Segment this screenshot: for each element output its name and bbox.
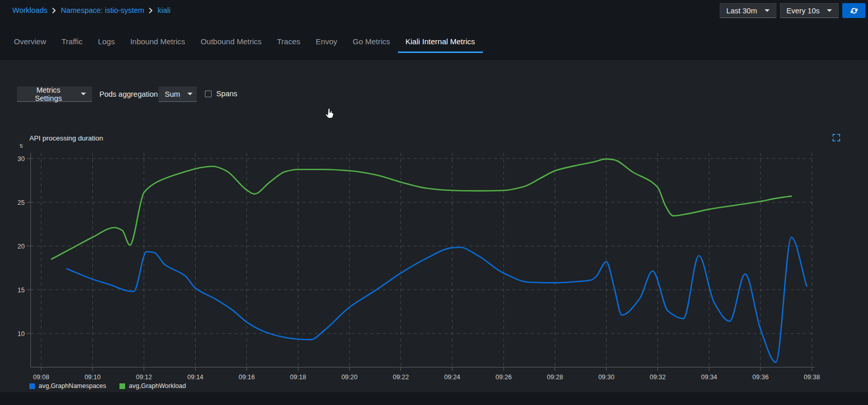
refresh-interval-dropdown[interactable]: Every 10s [780, 3, 839, 18]
legend-swatch [119, 383, 125, 389]
duration-dropdown[interactable]: Last 30m [720, 3, 776, 18]
legend-label: avg,GraphWorkload [129, 382, 186, 390]
x-tick-label: 09:22 [393, 374, 409, 381]
tab-traffic[interactable]: Traffic [54, 31, 91, 53]
tab-overview[interactable]: Overview [6, 31, 54, 53]
breadcrumb-link[interactable]: Namespace: istio-system [61, 6, 144, 14]
tab-kiali-internal-metrics[interactable]: Kiali Internal Metrics [398, 31, 483, 53]
caret-down-icon [765, 9, 770, 12]
kiali-workload-detail-screen: WorkloadsNamespace: istio-systemkiali La… [0, 0, 868, 405]
y-tick-label: 15 [18, 287, 25, 294]
series-line-avg-graphworkload [51, 159, 791, 259]
x-tick-label: 09:18 [290, 374, 306, 381]
x-tick-label: 09:10 [84, 374, 100, 381]
header-actions: Last 30m Every 10s [720, 3, 865, 18]
x-tick-label: 09:26 [496, 374, 512, 381]
x-tick-label: 09:28 [547, 374, 563, 381]
metrics-panel: Metrics Settings Pods aggregation Sum Sp… [0, 60, 868, 392]
tab-inbound-metrics[interactable]: Inbound Metrics [123, 31, 193, 53]
x-tick-label: 09:36 [753, 374, 769, 381]
y-tick-label: 25 [18, 199, 25, 206]
series-line-avg-graphnamespaces [67, 237, 807, 362]
x-tick-label: 09:16 [239, 374, 255, 381]
y-tick-label: 30 [18, 155, 25, 163]
x-tick-label: 09:24 [444, 374, 460, 381]
legend-item[interactable]: avg,GraphNamespaces [29, 382, 106, 390]
refresh-button[interactable] [842, 3, 865, 18]
breadcrumb-link[interactable]: kiali [158, 6, 170, 14]
metrics-chart[interactable]: 101520253009:0809:1009:1209:1409:1609:18… [0, 60, 868, 392]
x-tick-label: 09:30 [598, 374, 614, 381]
duration-value: Last 30m [726, 7, 757, 15]
y-tick-label: 10 [18, 330, 25, 338]
y-tick-label: 20 [18, 243, 25, 250]
tab-logs[interactable]: Logs [90, 31, 123, 53]
x-tick-label: 09:20 [341, 374, 357, 381]
tab-go-metrics[interactable]: Go Metrics [345, 31, 398, 53]
x-tick-label: 09:08 [33, 374, 49, 381]
tab-bar: OverviewTrafficLogsInbound MetricsOutbou… [6, 31, 483, 53]
breadcrumb-divider-icon [52, 8, 56, 13]
tab-outbound-metrics[interactable]: Outbound Metrics [193, 31, 269, 53]
breadcrumb-link[interactable]: Workloads [12, 6, 47, 14]
breadcrumb: WorkloadsNamespace: istio-systemkiali [12, 6, 170, 14]
x-tick-label: 09:12 [136, 374, 152, 381]
caret-down-icon [827, 9, 832, 12]
tab-envoy[interactable]: Envoy [308, 31, 345, 53]
chart-legend: avg,GraphNamespacesavg,GraphWorkload [29, 382, 186, 390]
x-tick-label: 09:14 [187, 374, 203, 381]
x-tick-label: 09:32 [650, 374, 666, 381]
breadcrumb-divider-icon [149, 8, 153, 13]
sync-icon [850, 7, 858, 15]
x-tick-label: 09:38 [804, 374, 820, 381]
legend-item[interactable]: avg,GraphWorkload [119, 382, 186, 390]
legend-swatch [29, 383, 35, 389]
tab-traces[interactable]: Traces [269, 31, 308, 53]
refresh-interval-value: Every 10s [787, 7, 820, 15]
x-tick-label: 09:34 [701, 374, 717, 381]
legend-label: avg,GraphNamespaces [39, 382, 106, 390]
